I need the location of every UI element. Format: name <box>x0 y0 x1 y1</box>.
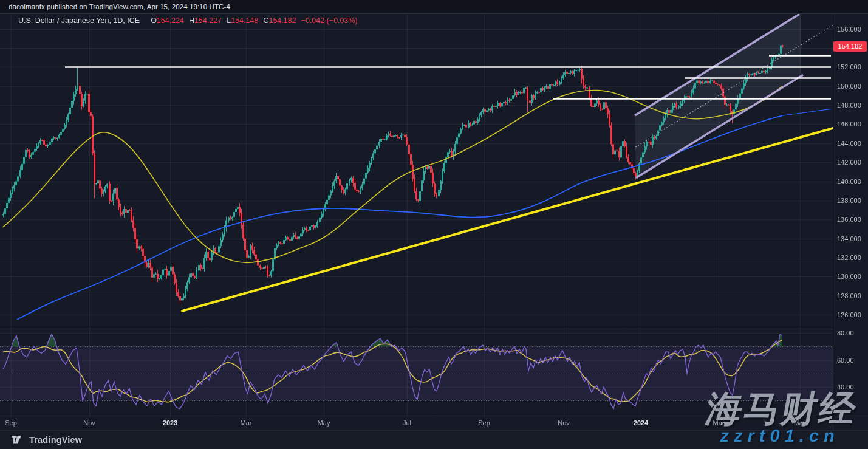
price-tick-label: 134.000 <box>837 235 861 242</box>
tradingview-published-chart: dacolmanfx published on TradingView.com,… <box>0 0 868 449</box>
tradingview-logo-icon <box>12 436 25 445</box>
publish-bar: dacolmanfx published on TradingView.com,… <box>0 0 868 13</box>
low-value: 154.148 <box>231 16 258 25</box>
price-tick-label: 142.000 <box>837 159 861 166</box>
price-tick-label: 138.000 <box>837 197 861 204</box>
price-tick-label: 148.000 <box>837 101 861 109</box>
open-value: 154.224 <box>157 16 184 25</box>
rsi-tick-label: 60.00 <box>837 357 854 364</box>
price-tick-label: 136.000 <box>837 216 861 223</box>
close-value: 154.182 <box>268 16 296 25</box>
time-tick-label: 2023 <box>163 419 177 427</box>
time-tick-label: Mar <box>241 419 252 427</box>
tradingview-logo-text: TradingView <box>29 435 82 445</box>
time-tick-label: Nov <box>558 419 570 427</box>
symbol-legend[interactable]: U.S. Dollar / Japanese Yen, 1D, ICE O 15… <box>18 16 358 25</box>
time-tick-label: Sep <box>478 419 490 427</box>
time-tick-label: 2024 <box>634 419 648 427</box>
low-label: L <box>227 16 231 25</box>
open-label: O <box>151 16 157 25</box>
time-tick-label: Jul <box>403 419 411 427</box>
price-tick-label: 152.000 <box>837 63 861 70</box>
high-value: 154.227 <box>194 16 222 25</box>
publish-info-text: dacolmanfx published on TradingView.com,… <box>9 3 230 10</box>
price-tick-label: 144.000 <box>837 140 861 147</box>
price-tick-label: 126.000 <box>837 311 861 318</box>
price-tick-label: 146.000 <box>837 120 861 128</box>
watermark-site-url: zzrt01.cn <box>719 426 841 446</box>
price-tick-label: 130.000 <box>837 273 861 280</box>
price-tick-label: 140.000 <box>837 178 861 185</box>
time-tick-label: Sep <box>5 419 17 427</box>
time-tick-label: May <box>318 419 330 427</box>
change-value: −0.042 (−0.03%) <box>301 16 358 25</box>
price-tick-label: 132.000 <box>837 254 861 261</box>
symbol-title: U.S. Dollar / Japanese Yen, 1D, ICE <box>18 16 140 25</box>
high-label: H <box>189 16 194 25</box>
price-tick-label: 156.000 <box>837 26 861 33</box>
rsi-tick-label: 80.00 <box>837 329 854 337</box>
chart-canvas[interactable] <box>0 0 868 449</box>
price-tick-label: 150.000 <box>837 83 861 90</box>
tradingview-logo[interactable]: TradingView <box>12 435 82 445</box>
price-tick-label: 128.000 <box>837 292 861 300</box>
close-label: C <box>263 16 268 25</box>
price-axis[interactable]: 156.000152.000150.000148.000146.000144.0… <box>833 0 868 430</box>
time-tick-label: Nov <box>83 419 95 427</box>
last-price-badge: 154.182 <box>833 41 867 52</box>
